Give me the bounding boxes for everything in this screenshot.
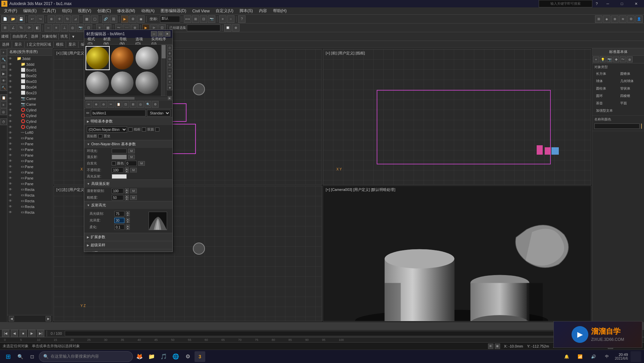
taskbar-3dsmax[interactable]: 3 (195, 351, 205, 362)
scene-item[interactable]: 👁▭ Recta (7, 192, 52, 198)
menu-script[interactable]: 脚本(S) (237, 7, 256, 14)
place-highlight[interactable]: ◎ (69, 24, 76, 32)
st-display2[interactable]: 显示 (68, 42, 76, 47)
side-icon-4[interactable]: ⊛ (167, 62, 172, 67)
menu-animate[interactable]: 动画(A) (139, 7, 157, 14)
rp-particles[interactable]: ⊛ (627, 56, 633, 62)
help-btn[interactable]: ? (593, 0, 600, 7)
soften-up[interactable]: ▲ (126, 224, 130, 227)
mat-tb-8[interactable]: ◎ (137, 101, 144, 108)
diffuse-map-btn[interactable]: M (128, 155, 135, 159)
diffuse-up[interactable]: ▲ (125, 188, 129, 191)
mat-sphere-3[interactable] (135, 46, 159, 70)
play-forward[interactable]: ▶ (28, 330, 36, 337)
taskbar-search[interactable]: 🔍 在这里输入你要搜索的内容 (39, 351, 133, 362)
spec-down[interactable]: ▼ (126, 214, 130, 216)
side-icon-1[interactable]: ◎ (167, 45, 172, 50)
anim-icon[interactable]: ⏱ (0, 118, 7, 125)
taskbar-explorer[interactable]: 📁 (146, 351, 157, 362)
normal-align[interactable]: ⊥ (61, 24, 68, 32)
mat-scrollbar-thumb[interactable] (162, 45, 166, 58)
prev-frame[interactable]: |◀ (2, 330, 9, 337)
rp-sphere[interactable]: 球体 (594, 78, 618, 85)
taskbar-settings[interactable]: ⚙ (182, 351, 193, 362)
color-clip[interactable]: ⊕ (232, 24, 239, 32)
tb-select[interactable]: ⊕ (48, 15, 55, 23)
mat-scrollbar[interactable] (161, 45, 166, 96)
adv-reflect-header[interactable]: ▼ 高级漫反射 (84, 180, 172, 188)
ribbon-select[interactable]: 选择 (31, 34, 38, 39)
taskbar-music[interactable]: 🎵 (158, 351, 169, 362)
taskbar-firefox[interactable]: 🦊 (134, 351, 145, 362)
roughness-up[interactable]: ▲ (125, 195, 129, 198)
menu-create[interactable]: 创建(C) (95, 7, 114, 14)
scene-item[interactable]: 👁📷 Came (7, 101, 52, 107)
wireframe-cb[interactable] (128, 127, 132, 132)
tb-mirror[interactable]: ⟺ (184, 15, 191, 23)
mat-tb-9[interactable]: 🔍 (145, 101, 151, 108)
opacity-map-btn[interactable]: M (130, 168, 137, 172)
spec-up[interactable]: ▲ (126, 211, 130, 214)
rp-teapot[interactable]: 茶壶 (594, 100, 618, 107)
scene-item[interactable]: 👁▭ Pane (7, 181, 52, 187)
rp-box[interactable]: 长方体 (594, 70, 618, 77)
tb-isolate[interactable]: ○ (227, 15, 234, 23)
mat-tb-7[interactable]: ⊞ (130, 101, 137, 108)
menu-help[interactable]: 帮助(H) (270, 7, 289, 14)
tb-extra1[interactable]: ⊞ (595, 15, 602, 23)
tb-extra6[interactable]: 👤 (635, 15, 643, 23)
snap-toggle[interactable]: ⊞ (1, 24, 9, 32)
faceted-cb[interactable] (98, 134, 102, 138)
scene-item[interactable]: 👁▭ Pane (7, 135, 52, 141)
scene-explorer-icon[interactable]: 📋 (0, 94, 7, 101)
taskbar-search-btn[interactable]: 🔍 (15, 351, 25, 362)
ribbon-freeform[interactable]: 自由形式 (12, 34, 27, 39)
status-btn1[interactable]: ⊞ (488, 344, 493, 349)
tb-move[interactable]: ✛ (56, 15, 63, 23)
snap-spinner[interactable]: ⟳ (25, 24, 33, 32)
side-icon-8[interactable]: ◈ (167, 85, 172, 90)
mat-restore[interactable]: □ (158, 31, 164, 37)
rp-enhance-text[interactable]: 加强型文本 (594, 107, 642, 114)
mat-tb-10[interactable]: ⚙ (152, 101, 159, 108)
tb-extra3[interactable]: ⊕ (611, 15, 619, 23)
mat-sphere-6[interactable] (135, 71, 159, 95)
taskbar-network[interactable]: 📶 (575, 351, 585, 362)
tb-select-all[interactable]: ▦ (83, 15, 90, 23)
tb-extra2[interactable]: ◈ (603, 15, 610, 23)
scroll-right[interactable]: ▶ (168, 96, 172, 100)
side-icon-3[interactable]: ⊖ (167, 56, 172, 62)
spec-highlight-header[interactable]: ▼ 反射高光 (84, 201, 172, 209)
named-sel-dropdown[interactable] (187, 24, 220, 31)
stop[interactable]: ■ (19, 330, 27, 337)
tb-unlink[interactable]: ⛓ (110, 15, 117, 23)
ribbon-dropdown[interactable]: ▼ (71, 35, 75, 39)
diffuse-level-input[interactable] (112, 188, 123, 194)
scene-item[interactable]: 👁▭ Pane (7, 169, 52, 175)
minimize-btn[interactable]: ─ (601, 0, 614, 7)
maximize-btn[interactable]: □ (615, 0, 629, 7)
tb-extra5[interactable]: ⚙ (627, 15, 635, 23)
modify-icon[interactable]: 🔧 (0, 56, 7, 63)
hierarchy-icon[interactable]: ⊞ (0, 63, 7, 70)
shader-select[interactable]: (O)Oren-Nayar-Blinn (87, 126, 127, 133)
scene-item[interactable]: 👁▭ Recta (7, 209, 52, 215)
motion-icon[interactable]: ▶ (0, 70, 7, 77)
rp-splines[interactable]: 〜 (620, 56, 626, 62)
soften-down[interactable]: ▼ (126, 227, 130, 230)
tb-layer[interactable]: ≡ (219, 15, 226, 23)
menu-civil-view[interactable]: Civil View (190, 8, 212, 14)
scene-item[interactable]: 👁▭ Pane (7, 164, 52, 169)
scene-item[interactable]: 👁📷 Came (7, 96, 52, 101)
scene-item[interactable]: 👁⭕ Cylind (7, 118, 52, 124)
diffuse-down[interactable]: ▼ (125, 191, 129, 194)
tb-extra4[interactable]: ≋ (619, 15, 627, 23)
scene-item[interactable]: 👁📁 3ddd (7, 56, 52, 61)
scene-scroll-up[interactable]: ◀ (9, 316, 14, 321)
rp-camera[interactable]: 📷 (606, 56, 612, 62)
opacity-up[interactable]: ▲ (125, 167, 129, 170)
mat-tb-5[interactable]: 📋 (115, 101, 122, 108)
facemat-cb[interactable] (155, 127, 159, 132)
ribbon-populate[interactable]: 填充 (60, 34, 68, 39)
side-icon-7[interactable]: ≡ (167, 79, 172, 85)
